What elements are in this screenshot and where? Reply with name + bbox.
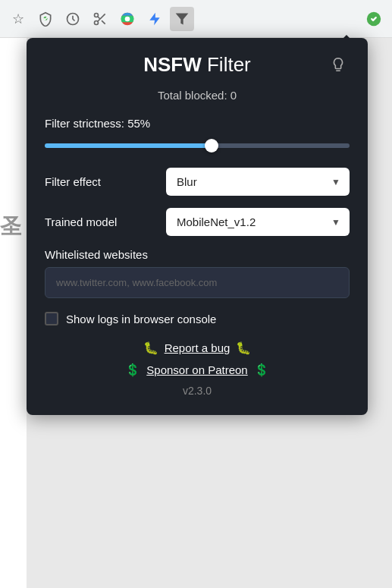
star-icon[interactable]: ☆	[6, 7, 30, 31]
shield-icon[interactable]	[33, 7, 58, 31]
filter-effect-select[interactable]: Blur Hide Grayscale	[166, 168, 350, 196]
sponsor-row: 💲 Sponsor on Patreon 💲	[45, 363, 350, 377]
svg-line-5	[102, 20, 105, 24]
scissors-icon[interactable]	[88, 7, 112, 31]
whitelist-label: Whitelisted websites	[45, 248, 350, 261]
browser-toolbar: ☆	[0, 0, 392, 38]
filter-effect-label: Filter effect	[45, 175, 166, 188]
trained-model-label: Trained model	[45, 215, 166, 228]
lightbulb-icon[interactable]	[327, 53, 350, 76]
report-bug-link[interactable]: Report a bug	[165, 341, 230, 354]
version-text: v2.3.0	[45, 385, 350, 397]
bug-icon-left: 🐛	[143, 341, 158, 355]
dollar-icon-right: 💲	[254, 363, 269, 377]
report-bug-row: 🐛 Report a bug 🐛	[45, 341, 350, 355]
strictness-slider[interactable]	[45, 143, 350, 148]
lightning-icon[interactable]	[143, 7, 167, 31]
console-logs-checkbox[interactable]	[45, 312, 58, 325]
popup-title: NSFW Filter	[143, 53, 251, 77]
svg-line-6	[98, 16, 100, 18]
bug-icon-right: 🐛	[236, 341, 251, 355]
console-logs-label: Show logs in browser console	[66, 313, 216, 325]
links-section: 🐛 Report a bug 🐛 💲 Sponsor on Patreon 💲 …	[45, 341, 350, 397]
trained-model-select[interactable]: MobileNet_v1.2 MobileNet_v2.0	[166, 208, 350, 236]
svg-marker-10	[176, 13, 189, 24]
filter-effect-dropdown-wrapper[interactable]: Blur Hide Grayscale ▼	[166, 168, 350, 196]
check-circle-icon[interactable]	[362, 7, 386, 31]
slider-section: Filter strictness: 55%	[45, 117, 350, 151]
whitelist-input[interactable]	[45, 267, 350, 298]
sponsor-link[interactable]: Sponsor on Patreon	[146, 363, 247, 376]
filter-effect-row: Filter effect Blur Hide Grayscale ▼	[45, 168, 350, 196]
background-page	[0, 38, 27, 588]
color-wheel-icon[interactable]	[115, 7, 140, 31]
bg-character: 圣	[0, 212, 21, 241]
svg-marker-9	[149, 12, 159, 25]
svg-point-3	[95, 20, 99, 24]
trained-model-dropdown-wrapper[interactable]: MobileNet_v1.2 MobileNet_v2.0 ▼	[166, 208, 350, 236]
console-logs-row: Show logs in browser console	[45, 312, 350, 325]
nsfw-filter-popup: NSFW Filter Total blocked: 0 Filter stri…	[27, 38, 368, 415]
sync-icon[interactable]	[61, 7, 85, 31]
total-blocked: Total blocked: 0	[45, 89, 350, 102]
filter-icon[interactable]	[170, 7, 194, 31]
popup-header: NSFW Filter	[45, 53, 350, 77]
svg-point-2	[95, 13, 99, 17]
trained-model-row: Trained model MobileNet_v1.2 MobileNet_v…	[45, 208, 350, 236]
dollar-icon-left: 💲	[125, 363, 140, 377]
slider-label: Filter strictness: 55%	[45, 117, 350, 130]
svg-point-8	[125, 16, 130, 21]
